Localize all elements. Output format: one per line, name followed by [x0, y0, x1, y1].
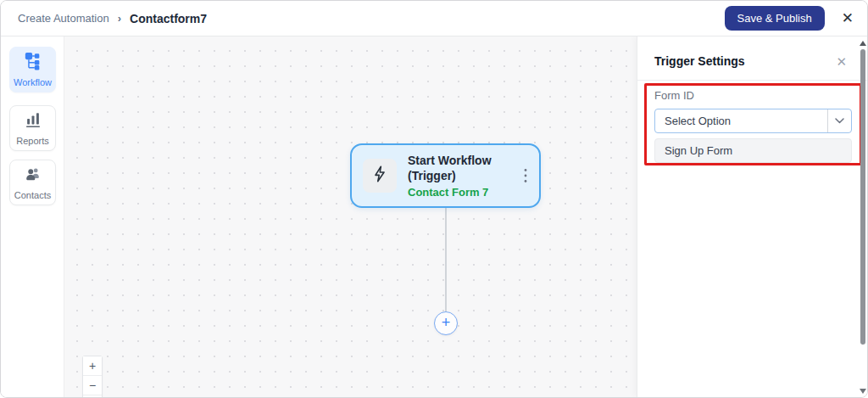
select-current-value: Select Option — [655, 115, 827, 127]
sidebar-item-label: Workflow — [14, 77, 52, 87]
panel-divider — [637, 80, 868, 81]
header-actions: Save & Publish ✕ — [725, 6, 857, 31]
lightning-icon — [370, 165, 389, 187]
breadcrumb-separator-icon: › — [118, 12, 121, 25]
breadcrumb: Create Automation › Contactform7 — [18, 12, 207, 25]
scrollbar-thumb[interactable] — [860, 49, 865, 345]
node-connector-line — [445, 208, 447, 311]
chevron-down-icon — [828, 118, 851, 124]
zoom-out-button[interactable]: − — [83, 376, 102, 395]
node-icon-box — [363, 159, 397, 193]
form-id-label: Form ID — [654, 89, 694, 102]
trigger-node[interactable]: Start Workflow (Trigger) Contact Form 7 — [350, 143, 541, 208]
fit-view-button[interactable] — [83, 395, 102, 397]
scrollbar-up-arrow-icon[interactable] — [860, 41, 866, 46]
breadcrumb-create-automation[interactable]: Create Automation — [18, 12, 109, 25]
node-text: Start Workflow (Trigger) Contact Form 7 — [408, 153, 522, 199]
scrollbar-down-arrow-icon[interactable] — [860, 389, 866, 394]
top-header: Create Automation › Contactform7 Save & … — [1, 1, 867, 36]
sidebar-item-workflow[interactable]: Workflow — [9, 47, 56, 92]
node-title-line2: (Trigger) — [408, 168, 522, 183]
sidebar-item-reports[interactable]: Reports — [9, 105, 56, 151]
save-publish-button[interactable]: Save & Publish — [725, 6, 825, 31]
form-id-select[interactable]: Select Option — [654, 109, 852, 133]
add-step-button[interactable]: + — [434, 311, 458, 335]
sidebar-item-contacts[interactable]: Contacts — [9, 160, 56, 205]
zoom-in-button[interactable]: + — [83, 356, 102, 376]
canvas-zoom-controls: + − — [82, 356, 103, 397]
node-subtitle: Contact Form 7 — [408, 185, 522, 199]
automation-builder-window: Create Automation › Contactform7 Save & … — [0, 0, 868, 398]
close-icon[interactable]: ✕ — [838, 11, 857, 25]
bar-chart-icon — [24, 110, 42, 132]
workflow-tree-icon — [24, 52, 42, 74]
panel-title: Trigger Settings — [654, 54, 745, 68]
breadcrumb-current-page: Contactform7 — [130, 12, 207, 25]
contacts-icon — [24, 165, 42, 187]
sidebar-item-label: Contacts — [14, 190, 51, 200]
node-kebab-menu-icon[interactable] — [522, 165, 529, 187]
trigger-settings-panel: Trigger Settings ✕ Form ID Select Option… — [637, 36, 868, 397]
panel-header: Trigger Settings ✕ — [637, 36, 868, 80]
workflow-canvas[interactable]: Start Workflow (Trigger) Contact Form 7 … — [64, 36, 637, 397]
sidebar-item-label: Reports — [16, 136, 49, 146]
page-scrollbar[interactable] — [859, 38, 866, 396]
panel-close-icon[interactable]: ✕ — [836, 55, 847, 68]
dropdown-option-sign-up-form[interactable]: Sign Up Form — [654, 138, 852, 163]
node-title-line1: Start Workflow — [408, 153, 522, 168]
left-sidebar: Workflow Reports — [1, 36, 64, 397]
